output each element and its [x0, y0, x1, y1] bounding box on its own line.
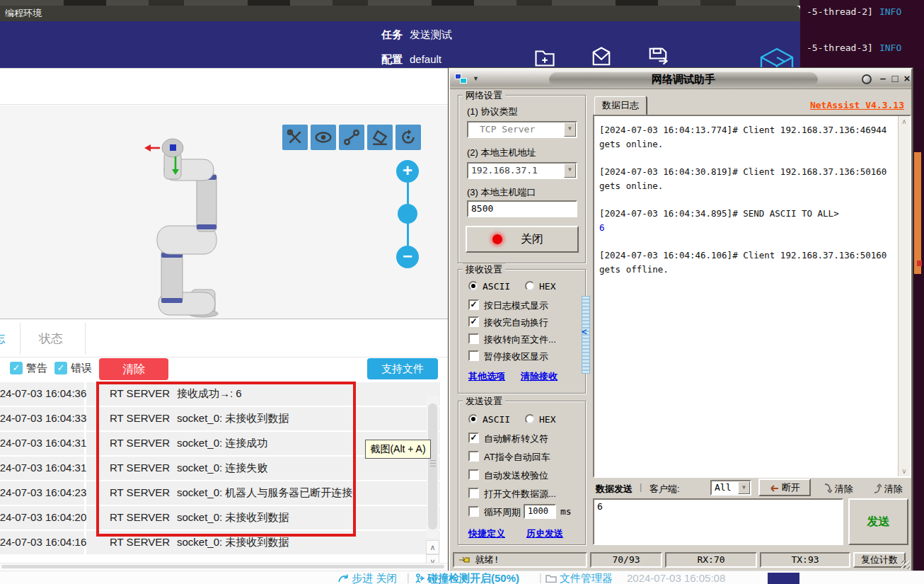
zoom-out-button[interactable]: − [396, 246, 419, 268]
cycle-input[interactable]: 1000 [524, 504, 556, 519]
data-log-scrollbar[interactable]: ∧∨ [898, 116, 910, 476]
auto-checksum-checkbox[interactable] [468, 469, 479, 480]
client-select[interactable]: All ▼ [710, 480, 751, 496]
receive-hex-label: HEX [539, 281, 555, 292]
terminal-scrollbar-thumb[interactable] [914, 152, 921, 274]
clear-log-button[interactable]: 清除 [99, 358, 168, 380]
zoom-in-button[interactable]: + [396, 160, 419, 183]
sysmenu-arrow-icon[interactable]: ▼ [473, 75, 479, 82]
scroll-down-icon[interactable]: ∨ [899, 467, 910, 475]
host-select[interactable]: 192.168.37.1 ▼ [467, 162, 577, 179]
terminal-text: -5-thread-2] [807, 6, 873, 17]
client-label: 客户端: [649, 483, 680, 496]
dropdown-arrow-icon[interactable]: ▼ [564, 164, 576, 178]
maximize-button[interactable]: □ [889, 72, 901, 84]
step-status[interactable]: 步进 关闭 [352, 572, 397, 584]
log-scrollbar-grip [430, 460, 436, 469]
disconnect-arrow-icon [769, 485, 779, 492]
netassist-system-icon[interactable] [455, 74, 468, 85]
version-link[interactable]: NetAssist V4.3.13 [810, 100, 904, 110]
warning-checkbox[interactable] [10, 362, 23, 374]
close-connection-button[interactable]: 关闭 [466, 226, 579, 253]
scroll-up-button[interactable]: ∧ [426, 540, 439, 554]
erase-button[interactable] [367, 125, 393, 150]
other-options-link[interactable]: 其他选项 [468, 370, 505, 383]
resize-grip[interactable] [901, 561, 910, 569]
panel-collapse-handle[interactable]: < [582, 296, 590, 374]
data-send-tab[interactable]: 数据发送 [596, 483, 633, 496]
at-return-checkbox[interactable] [468, 451, 479, 462]
send-input[interactable]: 6 [593, 498, 843, 545]
history-send-link[interactable]: 历史发送 [526, 527, 563, 540]
collision-status[interactable]: 碰撞检测开启(50%) [427, 572, 519, 584]
disconnect-button[interactable]: 断开 [758, 479, 811, 496]
file-source-checkbox[interactable] [468, 488, 479, 498]
port-input[interactable]: 8500 [467, 200, 577, 217]
task-label: 任务 [381, 28, 403, 40]
send-hex-radio[interactable] [525, 414, 535, 424]
close-connection-label: 关闭 [521, 233, 543, 245]
log-entry: [2024-07-03 16:04:34.895]# SEND ASCII TO… [599, 207, 889, 235]
send-ascii-radio[interactable] [468, 414, 478, 424]
file-manager-button[interactable]: 文件管理器 [560, 572, 613, 584]
tab-log-partial[interactable]: 志 [0, 331, 5, 347]
horizontal-scrollbar-thumb[interactable] [1, 565, 444, 568]
send-button[interactable]: 发送 [848, 498, 908, 545]
receive-ascii-radio[interactable] [468, 281, 478, 291]
scroll-up-icon[interactable]: ∧ [899, 118, 910, 125]
zoom-slider-handle[interactable] [398, 204, 417, 224]
support-file-button[interactable]: 支持文件 [367, 358, 438, 379]
task-value[interactable]: 发送测试 [410, 28, 452, 40]
tab-status[interactable]: 状态 [39, 331, 63, 347]
config-label: 配置 [381, 53, 403, 65]
pause-display-checkbox[interactable] [468, 350, 479, 361]
data-log-area[interactable]: [2024-07-03 16:04:13.774]# Client 192.16… [593, 115, 911, 478]
clear-receive-button[interactable]: 清除 [824, 483, 853, 496]
data-log-tab[interactable]: 数据日志 [594, 96, 647, 115]
dropdown-arrow-icon[interactable]: ▼ [738, 481, 750, 494]
tools-button[interactable] [282, 125, 308, 150]
auto-escape-checkbox[interactable]: ✓ [468, 433, 479, 443]
globe-icon[interactable] [862, 74, 872, 84]
statusbar-clock: 2024-07-03 16:05:08 [627, 572, 725, 584]
horizontal-scrollbar[interactable] [0, 563, 449, 569]
view-button[interactable] [311, 125, 336, 150]
netassist-window[interactable]: ▼ 网络调试助手 – □ × 网络设置 (1) 协议类型 TCP Server … [449, 68, 913, 572]
log-time: 2024-07-03 16:04:23 [0, 486, 86, 498]
config-row: 配置default [381, 53, 441, 67]
save-to-file-checkbox[interactable] [468, 333, 479, 344]
log-mode-checkbox[interactable]: ✓ [468, 299, 479, 310]
terminal-scroll-mark [917, 260, 922, 266]
quick-define-link[interactable]: 快捷定义 [468, 527, 505, 540]
config-value[interactable]: default [410, 53, 441, 65]
zoom-in-label: + [403, 161, 412, 180]
receive-hex-radio[interactable] [525, 281, 535, 291]
new-file-icon [534, 46, 555, 67]
receive-group-title: 接收设置 [463, 263, 505, 276]
protocol-select[interactable]: TCP Server ▼ [467, 121, 577, 138]
reset-count-button[interactable]: 复位计数 [853, 552, 906, 568]
rx-panel: RX:70 [665, 552, 757, 568]
network-group-title: 网络设置 [463, 89, 505, 102]
clear-send-button[interactable]: 清除 [873, 483, 903, 496]
log-tabbar: 志 状态 [0, 319, 449, 357]
reset-view-button[interactable] [395, 125, 421, 150]
eraser-icon [371, 128, 389, 147]
cycle-checkbox[interactable] [468, 506, 479, 517]
cycle-label: 循环周期 [484, 506, 521, 519]
auto-newline-checkbox[interactable]: ✓ [468, 316, 479, 327]
close-button[interactable]: × [901, 72, 913, 84]
dropdown-arrow-icon[interactable]: ▼ [564, 122, 576, 137]
ready-status-label: 就绪! [475, 554, 499, 565]
netassist-titlebar[interactable]: ▼ 网络调试助手 – □ × [450, 69, 911, 89]
clear-receive-link[interactable]: 清除接收 [521, 370, 558, 383]
eye-icon [314, 128, 333, 147]
minimize-button[interactable]: – [877, 72, 889, 84]
client-value: All [715, 482, 731, 493]
app-statusbar: 步进 关闭 | 碰撞检测开启(50%) | 文件管理器 2024-07-03 1… [0, 571, 924, 584]
error-checkbox[interactable] [54, 362, 67, 374]
collapse-arrow-icon: < [582, 326, 587, 337]
receive-settings-group: 接收设置 ASCII HEX ✓ 按日志模式显示 ✓ 接收完自动换行 接收转向至… [458, 269, 586, 394]
trace-button[interactable] [339, 125, 364, 150]
robot-3d-viewport[interactable]: + − [0, 105, 449, 319]
